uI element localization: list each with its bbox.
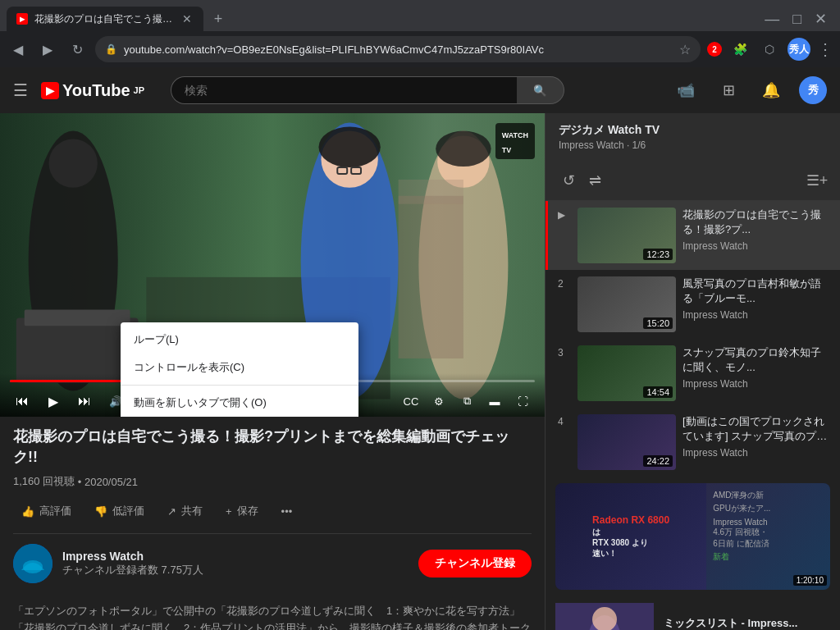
- mix-section[interactable]: ♪ ▶ ♪♪ ミックスリスト - Impress... YouTube: [546, 596, 840, 630]
- playlist-item-1-thumb: 12:23: [578, 208, 676, 263]
- tab-title: 花撮影のプロは自宅でこう撮る！撮影...: [34, 12, 174, 26]
- playlist-item-1-duration: 12:23: [643, 249, 673, 260]
- youtube-logo[interactable]: ▶ YouTubeJP: [41, 81, 144, 100]
- ctx-item-controls[interactable]: コントロールを表示(C): [121, 354, 358, 381]
- video-title: 花撮影のプロは自宅でこう撮る！撮影?プリントまでを総集編動画でチェック!!: [13, 427, 532, 468]
- playlist-header: デジカメ Watch TV Impress Watch · 1/6: [546, 113, 840, 161]
- video-meta-separator: •: [75, 476, 84, 488]
- ad-gpu-visual: Radeon RX 6800 は RTX 3080 より 速い！ AMD渾身の新…: [555, 483, 830, 590]
- miniplayer-button[interactable]: ⧉: [454, 389, 479, 413]
- user-avatar[interactable]: 秀人: [788, 38, 810, 61]
- video-thumbnail[interactable]: WATCH TV ループ(L) コントロールを表示(C) 動画を新しいタブで開く…: [0, 113, 545, 417]
- playlist-loop-icon[interactable]: ↺: [555, 167, 582, 194]
- ctx-item-open-tab[interactable]: 動画を新しいタブで開く(O): [121, 389, 358, 417]
- playlist-item-1[interactable]: ▶ 12:23 花撮影のプロは自宅でこう撮る！撮影?プ... Impress W…: [546, 201, 840, 270]
- playlist-meta: Impress Watch · 1/6: [559, 139, 827, 151]
- playlist-item-2-title: 風景写真のプロ吉村和敏が語る「ブルーモ...: [682, 276, 830, 306]
- search-button[interactable]: 🔍: [517, 76, 564, 104]
- play-button[interactable]: ▶: [41, 389, 66, 413]
- video-section: WATCH TV ループ(L) コントロールを表示(C) 動画を新しいタブで開く…: [0, 113, 545, 630]
- playlist-item-4-channel: Impress Watch: [682, 447, 830, 459]
- video-date: 2020/05/21: [84, 476, 138, 488]
- tab-favicon: ▶: [16, 13, 28, 25]
- header-right: 📹 ⊞ 🔔 秀: [671, 75, 827, 105]
- ctx-controls-label: コントロールを表示(C): [134, 360, 244, 375]
- notifications-icon[interactable]: 🔔: [756, 75, 786, 105]
- ctx-loop-label: ループ(L): [134, 332, 179, 347]
- tab-bar: ▶ 花撮影のプロは自宅でこう撮る！撮影... ✕ + — □ ✕: [0, 0, 840, 31]
- settings-button[interactable]: ⚙: [427, 389, 451, 413]
- share-button[interactable]: ↗ 共有: [159, 499, 211, 523]
- forward-button[interactable]: ▶: [36, 38, 59, 61]
- youtube-logo-suffix: JP: [134, 85, 144, 95]
- dislike-icon: 👎: [94, 505, 107, 518]
- playlist-item-3[interactable]: 3 14:54 スナップ写真のプロ鈴木知子に聞く、モノ... Impress W…: [546, 339, 840, 408]
- more-button[interactable]: •••: [273, 500, 301, 523]
- apps-grid-icon[interactable]: ⊞: [714, 75, 743, 105]
- browser-menu-icon[interactable]: ⋮: [817, 39, 833, 59]
- captions-button[interactable]: CC: [399, 389, 423, 413]
- hamburger-menu-icon[interactable]: ☰: [13, 80, 28, 100]
- like-label: 高評価: [39, 504, 71, 518]
- like-button[interactable]: 👍 高評価: [13, 499, 80, 523]
- address-bar[interactable]: 🔒 youtube.com/watch?v=OB9ezE0NsEg&list=P…: [95, 36, 701, 62]
- window-close-button[interactable]: ✕: [815, 10, 827, 28]
- extension-badge: 2: [707, 42, 722, 57]
- playlist-item-1-info: 花撮影のプロは自宅でこう撮る！撮影?プ... Impress Watch: [682, 208, 830, 252]
- back-button[interactable]: ◀: [7, 38, 30, 61]
- ctx-open-tab-label: 動画を新しいタブで開く(O): [134, 395, 267, 410]
- create-video-icon[interactable]: 📹: [671, 75, 701, 105]
- playlist-item-4-thumb: 24:22: [578, 414, 676, 470]
- ctx-item-loop[interactable]: ループ(L): [121, 326, 358, 354]
- like-icon: 👍: [21, 505, 34, 518]
- playlist-queue-icon[interactable]: ☰+: [804, 167, 830, 194]
- ad-left: Radeon RX 6800 は RTX 3080 より 速い！ AMD渾身の新…: [555, 483, 830, 590]
- playlist-item-3-info: スナップ写真のプロ鈴木知子に聞く、モノ... Impress Watch: [682, 345, 830, 390]
- window-minimize-button[interactable]: —: [765, 11, 779, 28]
- ad-banner[interactable]: Radeon RX 6800 は RTX 3080 より 速い！ AMD渾身の新…: [555, 483, 830, 590]
- playlist-right-controls: ☰+: [804, 167, 830, 194]
- playlist-item-2-num: 2: [558, 278, 571, 290]
- svg-rect-14: [399, 180, 463, 204]
- playlist-item-1-channel: Impress Watch: [682, 240, 830, 252]
- channel-avatar[interactable]: [13, 544, 52, 583]
- channel-name[interactable]: Impress Watch: [62, 550, 418, 563]
- reload-button[interactable]: ↻: [66, 38, 89, 61]
- subscribe-button[interactable]: チャンネル登録: [418, 550, 532, 578]
- playlist-item-2-channel: Impress Watch: [682, 309, 830, 321]
- dislike-button[interactable]: 👎 低評価: [86, 499, 153, 523]
- theater-button[interactable]: ▬: [482, 389, 507, 413]
- cast-icon[interactable]: ⬡: [758, 38, 781, 61]
- watchtv-badge: WATCH TV: [495, 123, 535, 159]
- active-tab[interactable]: ▶ 花撮影のプロは自宅でこう撮る！撮影... ✕: [7, 7, 203, 31]
- playlist-item-2[interactable]: 2 15:20 風景写真のプロ吉村和敏が語る「ブルーモ... Impress W…: [546, 270, 840, 339]
- playlist-item-2-thumb: 15:20: [578, 276, 676, 332]
- playlist-item-2-duration: 15:20: [643, 317, 673, 329]
- ctx-separator-1: [121, 385, 358, 386]
- user-account-button[interactable]: 秀: [799, 76, 827, 104]
- video-description: 「エプソンのフォトポータル」で公開中の「花撮影のプロ今道しずみに聞く 1：爽やか…: [13, 593, 532, 630]
- new-tab-button[interactable]: +: [207, 7, 230, 30]
- playlist-controls: ↺ ⇌ ☰+: [546, 161, 840, 201]
- dislike-label: 低評価: [112, 504, 144, 518]
- address-text: youtube.com/watch?v=OB9ezE0NsEg&list=PLI…: [124, 43, 666, 56]
- window-maximize-button[interactable]: □: [792, 11, 801, 28]
- skip-forward-button[interactable]: ⏭: [72, 389, 97, 413]
- extensions-icon[interactable]: 🧩: [728, 38, 751, 61]
- skip-back-button[interactable]: ⏮: [10, 389, 34, 413]
- playlist-item-3-num: 3: [558, 347, 571, 358]
- playlist-item-4-title: [動画はこの国でプロックされています] スナップ写真のプロ能切大輔に聞く、単焦.…: [682, 414, 830, 444]
- tab-close-icon[interactable]: ✕: [180, 12, 194, 25]
- playlist-item-3-channel: Impress Watch: [682, 378, 830, 390]
- watchtv-icon: WATCH: [502, 131, 528, 139]
- search-bar[interactable]: 🔍: [171, 76, 564, 104]
- search-input[interactable]: [171, 76, 517, 104]
- svg-point-1: [48, 139, 97, 187]
- playlist-shuffle-icon[interactable]: ⇌: [582, 167, 608, 194]
- address-bar-row: ◀ ▶ ↻ 🔒 youtube.com/watch?v=OB9ezE0NsEg&…: [0, 31, 840, 67]
- youtube-header: ☰ ▶ YouTubeJP 🔍 📹 ⊞ 🔔 秀: [0, 67, 840, 113]
- save-button[interactable]: + 保存: [217, 499, 267, 523]
- playlist-item-4[interactable]: 4 24:22 [動画はこの国でプロックされています] スナップ写真のプロ能切大…: [546, 408, 840, 477]
- fullscreen-button[interactable]: ⛶: [510, 389, 535, 413]
- bookmark-star-icon[interactable]: ☆: [679, 42, 691, 57]
